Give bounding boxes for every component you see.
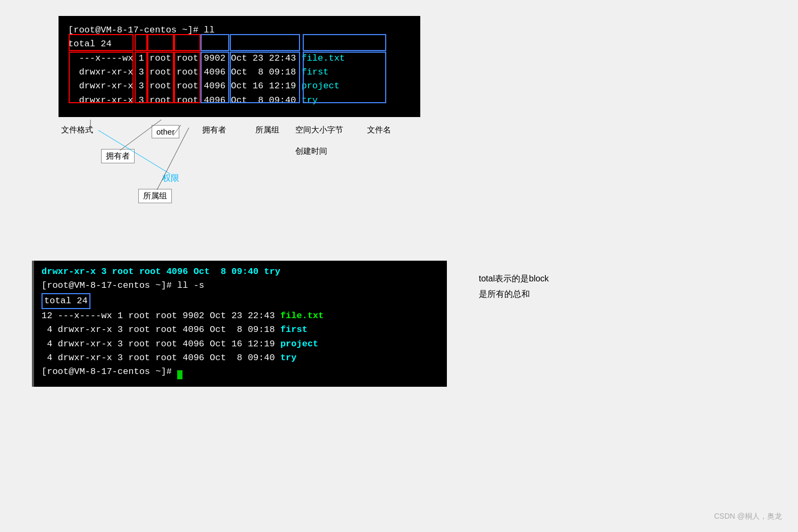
bottom-row-3: 4 drwxr-xr-x 3 root root 4096 Oct 16 12:…	[41, 337, 439, 351]
bottom-section: drwxr-xr-x 3 root root 4096 Oct 8 09:40 …	[32, 261, 447, 387]
top-row-3: drwxr-xr-x 3 root root 4096 Oct 16 12:19…	[68, 79, 411, 93]
cursor	[177, 370, 182, 379]
bottom-terminal: drwxr-xr-x 3 root root 4096 Oct 8 09:40 …	[32, 261, 447, 387]
top-total: total 24	[68, 39, 112, 49]
top-total-line: total 24	[68, 37, 411, 51]
connector-lines	[59, 120, 431, 242]
label-owner-group: 拥有者	[202, 125, 226, 135]
label-space: 空间大小字节	[295, 125, 343, 135]
label-group1: 所属组	[255, 125, 279, 135]
watermark: CSDN @桐人，奥龙	[714, 512, 782, 521]
total-box: total 24	[41, 293, 90, 309]
bottom-row-4: 4 drwxr-xr-x 3 root root 4096 Oct 8 09:4…	[41, 351, 439, 365]
top-prompt: [root@VM-8-17-centos ~]# ll	[68, 25, 214, 35]
label-permission: 权限	[162, 173, 179, 184]
bottom-row-2: 4 drwxr-xr-x 3 root root 4096 Oct 8 09:1…	[41, 323, 439, 337]
right-note: total表示的是block 是所有的总和	[479, 271, 549, 302]
label-other: other	[152, 125, 179, 138]
bottom-prompt-lls: [root@VM-8-17-centos ~]# ll -s	[41, 279, 439, 293]
label-group2: 所属组	[138, 189, 172, 203]
label-owner1: 拥有者	[101, 149, 135, 163]
labels-area: 文件格式 拥有者 other 拥有者 所属组 空间大小字节 创建时间 文件名 权…	[59, 120, 420, 242]
top-terminal-wrapper: [root@VM-8-17-centos ~]# ll total 24 ---…	[59, 16, 420, 117]
right-note-line1: total表示的是block	[479, 271, 549, 287]
top-terminal: [root@VM-8-17-centos ~]# ll total 24 ---…	[59, 16, 420, 117]
top-row-4: drwxr-xr-x 3 root root 4096 Oct 8 09:40 …	[68, 94, 411, 107]
top-section: [root@VM-8-17-centos ~]# ll total 24 ---…	[59, 16, 420, 242]
bottom-row-1: 12 ---x----wx 1 root root 9902 Oct 23 22…	[41, 309, 439, 323]
label-file-format: 文件格式	[61, 125, 93, 135]
top-row-2: drwxr-xr-x 3 root root 4096 Oct 8 09:18 …	[68, 65, 411, 79]
bottom-total-line: total 24	[41, 293, 439, 309]
bottom-prompt-final: [root@VM-8-17-centos ~]#	[41, 365, 439, 379]
label-create-time: 创建时间	[295, 146, 327, 156]
bottom-prev-line: drwxr-xr-x 3 root root 4096 Oct 8 09:40 …	[41, 265, 439, 279]
top-prompt-line: [root@VM-8-17-centos ~]# ll	[68, 23, 411, 37]
top-row-1: ---x----wx 1 root root 9902 Oct 23 22:43…	[68, 52, 411, 65]
label-filename: 文件名	[367, 125, 391, 135]
right-note-line2: 是所有的总和	[479, 287, 549, 302]
